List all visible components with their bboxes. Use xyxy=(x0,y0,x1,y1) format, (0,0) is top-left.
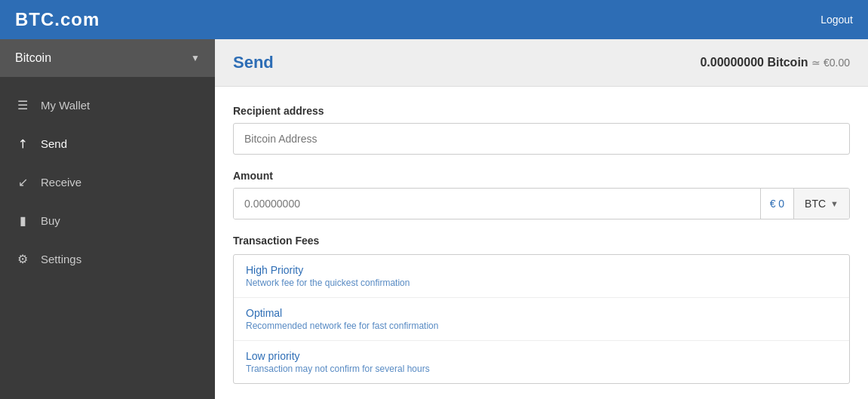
app-header: BTC.com Logout xyxy=(0,0,868,39)
fee-optimal-title: Optimal xyxy=(246,307,837,319)
sidebar-item-label: My Wallet xyxy=(41,99,90,112)
fee-optimal[interactable]: Optimal Recommended network fee for fast… xyxy=(234,298,849,341)
currency-dropdown[interactable]: Bitcoin ▼ xyxy=(0,39,215,77)
sidebar-item-receive[interactable]: ↙ Receive xyxy=(0,163,215,201)
sidebar-item-my-wallet[interactable]: ☰ My Wallet xyxy=(0,86,215,124)
logout-button[interactable]: Logout xyxy=(820,14,853,26)
fee-optimal-desc: Recommended network fee for fast confirm… xyxy=(246,321,837,331)
main-content: Send 0.00000000 Bitcoin ≃ €0.00 Recipien… xyxy=(215,39,868,399)
recipient-group: Recipient address xyxy=(233,105,850,155)
currency-selector[interactable]: BTC ▼ xyxy=(793,189,849,219)
fee-high-priority[interactable]: High Priority Network fee for the quicke… xyxy=(234,255,849,298)
sidebar-item-settings[interactable]: ⚙ Settings xyxy=(0,240,215,278)
fees-label: Transaction Fees xyxy=(233,235,850,247)
send-header: Send 0.00000000 Bitcoin ≃ €0.00 xyxy=(215,39,868,87)
recipient-input[interactable] xyxy=(233,123,850,155)
chevron-down-icon: ▼ xyxy=(830,199,839,208)
fee-low-priority-title: Low priority xyxy=(246,350,837,362)
chevron-down-icon: ▼ xyxy=(191,53,200,63)
main-layout: Bitcoin ▼ ☰ My Wallet ↗ Send ↙ Receive ▮… xyxy=(0,39,868,399)
sidebar-item-send[interactable]: ↗ Send xyxy=(0,124,215,163)
currency-dropdown-label: Bitcoin xyxy=(15,51,51,65)
app-logo: BTC.com xyxy=(15,9,100,30)
settings-icon: ⚙ xyxy=(15,252,30,266)
eur-balance: ≃ €0.00 xyxy=(811,57,850,69)
amount-euro-label: € 0 xyxy=(760,189,793,219)
sidebar-item-label: Buy xyxy=(41,214,60,227)
amount-group: Amount € 0 BTC ▼ xyxy=(233,170,850,219)
send-balance: 0.00000000 Bitcoin ≃ €0.00 xyxy=(700,56,850,69)
send-title: Send xyxy=(233,53,274,72)
recipient-label: Recipient address xyxy=(233,105,850,117)
amount-row: € 0 BTC ▼ xyxy=(233,188,850,219)
sidebar-nav: ☰ My Wallet ↗ Send ↙ Receive ▮ Buy ⚙ Set… xyxy=(0,83,215,278)
fee-low-priority[interactable]: Low priority Transaction may not confirm… xyxy=(234,341,849,383)
send-icon: ↗ xyxy=(12,134,33,155)
fee-low-priority-desc: Transaction may not confirm for several … xyxy=(246,364,837,374)
sidebar-item-label: Settings xyxy=(41,253,81,265)
sidebar: Bitcoin ▼ ☰ My Wallet ↗ Send ↙ Receive ▮… xyxy=(0,39,215,399)
wallet-icon: ☰ xyxy=(15,98,30,112)
btc-balance: 0.00000000 Bitcoin xyxy=(700,56,808,69)
fee-high-priority-desc: Network fee for the quickest confirmatio… xyxy=(246,278,837,288)
send-form: Recipient address Amount € 0 BTC ▼ Trans… xyxy=(215,87,868,399)
sidebar-item-label: Receive xyxy=(41,176,81,189)
receive-icon: ↙ xyxy=(15,175,30,189)
fees-section: Transaction Fees High Priority Network f… xyxy=(233,235,850,384)
sidebar-item-label: Send xyxy=(41,137,67,150)
amount-label: Amount xyxy=(233,170,850,182)
amount-input[interactable] xyxy=(234,189,760,219)
currency-label: BTC xyxy=(805,198,826,210)
buy-icon: ▮ xyxy=(15,213,30,228)
fee-high-priority-title: High Priority xyxy=(246,264,837,276)
sidebar-item-buy[interactable]: ▮ Buy xyxy=(0,201,215,240)
fees-box: High Priority Network fee for the quicke… xyxy=(233,254,850,384)
